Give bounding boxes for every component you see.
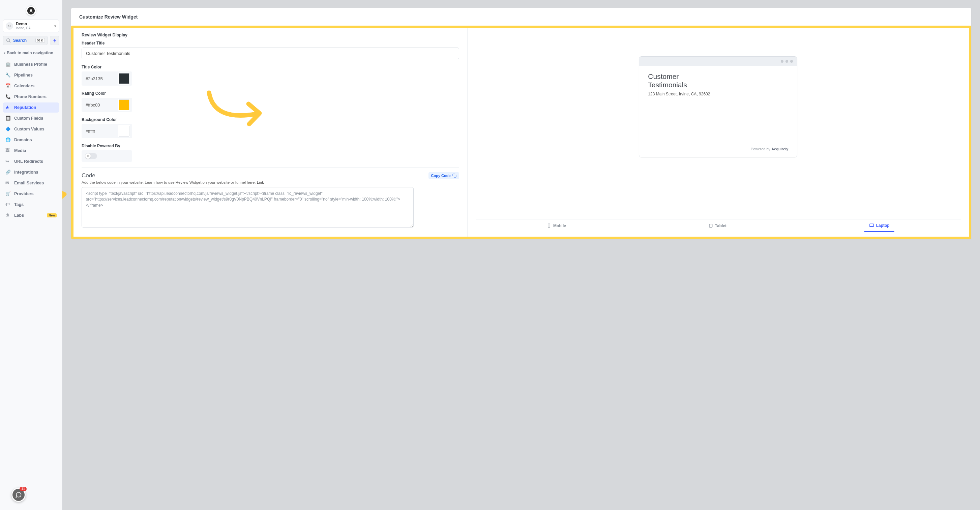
nav-icon: 🏷: [5, 202, 11, 207]
sidebar-item-url-redirects[interactable]: ↪URL Redirects: [3, 156, 59, 167]
title-color-label: Title Color: [81, 65, 459, 70]
sidebar-item-domains[interactable]: 🌐Domains: [3, 135, 59, 145]
nav-icon: 📞: [5, 94, 11, 99]
rating-color-picker[interactable]: #ffbc00: [81, 98, 132, 112]
nav-label: URL Redirects: [14, 159, 43, 164]
header-title-input[interactable]: [81, 48, 459, 59]
nav-list: 🏢Business Profile🔧Pipelines📅Calendars📞Ph…: [3, 59, 59, 221]
section-title: Review Widget Display: [81, 33, 459, 37]
nav-icon: ⚗: [5, 213, 11, 218]
bg-color-label: Background Color: [81, 117, 459, 122]
code-desc: Add the below code in your website. Lear…: [81, 180, 264, 184]
nav-badge: New: [47, 213, 57, 218]
nav-icon: ↪: [5, 159, 11, 164]
device-tab-mobile[interactable]: Mobile: [542, 219, 571, 232]
code-heading: Code: [81, 172, 264, 179]
nav-label: Integrations: [14, 170, 38, 175]
svg-rect-3: [548, 224, 550, 227]
nav-label: Tags: [14, 202, 24, 207]
sidebar-item-email-services[interactable]: ✉Email Services: [3, 178, 59, 188]
sidebar-item-phone-numbers[interactable]: 📞Phone Numbers: [3, 92, 59, 102]
tablet-icon: [709, 224, 713, 228]
title-color-swatch: [118, 73, 130, 84]
disable-label: Disable Powered By: [81, 144, 459, 148]
nav-label: Custom Fields: [14, 116, 43, 121]
search-shortcut: ⌘ K: [35, 38, 45, 43]
sidebar-item-calendars[interactable]: 📅Calendars: [3, 81, 59, 91]
nav-label: Pipelines: [14, 73, 33, 78]
header-title-label: Header Title: [81, 41, 459, 46]
bg-color-value: #ffffff: [81, 126, 118, 137]
nav-label: Labs: [14, 213, 24, 218]
svg-rect-2: [454, 175, 456, 178]
sidebar-item-pipelines[interactable]: 🔧Pipelines: [3, 70, 59, 80]
nav-label: Custom Values: [14, 127, 45, 132]
sidebar-item-tags[interactable]: 🏷Tags: [3, 200, 59, 210]
copy-code-button[interactable]: Copy Code: [428, 172, 459, 179]
copy-icon: [452, 173, 457, 178]
sidebar-item-custom-fields[interactable]: 🔲Custom Fields: [3, 113, 59, 123]
sidebar-item-reputation[interactable]: ★Reputation: [3, 102, 59, 113]
preview-titlebar: [639, 57, 797, 66]
nav-label: Reputation: [14, 105, 36, 110]
nav-label: Providers: [14, 191, 34, 196]
nav-icon: 🔗: [5, 170, 11, 175]
preview-window: Customer Testimonials 123 Main Street, I…: [639, 56, 797, 157]
svg-rect-6: [870, 224, 873, 227]
window-dot: [781, 60, 783, 63]
sidebar: A ☺ Demo Irvine, CA ▾ Search ⌘ K ‹ Back …: [0, 0, 62, 510]
sidebar-item-integrations[interactable]: 🔗Integrations: [3, 167, 59, 177]
chevron-down-icon: ▾: [54, 24, 56, 28]
search-button[interactable]: Search ⌘ K: [3, 36, 48, 45]
rating-color-value: #ffbc00: [81, 99, 118, 111]
back-label: Back to main navigation: [7, 51, 53, 55]
search-icon: [6, 38, 11, 43]
mobile-icon: [547, 224, 551, 228]
laptop-icon: [869, 223, 874, 228]
bolt-icon: [52, 38, 57, 43]
annotation-arrow-left: [62, 189, 70, 226]
chat-button[interactable]: 11: [11, 488, 25, 502]
device-tabs: Mobile Tablet Laptop: [476, 219, 961, 232]
toggle-knob: ×: [85, 153, 91, 159]
nav-label: Domains: [14, 138, 32, 142]
nav-icon: 🔧: [5, 73, 11, 78]
nav-icon: 🔲: [5, 116, 11, 121]
nav-icon: 🔷: [5, 126, 11, 132]
back-link[interactable]: ‹ Back to main navigation: [3, 49, 59, 59]
sidebar-item-media[interactable]: 🖼Media: [3, 146, 59, 156]
disable-toggle[interactable]: ×: [85, 153, 97, 159]
title-color-picker[interactable]: #2a3135: [81, 71, 132, 86]
sidebar-item-business-profile[interactable]: 🏢Business Profile: [3, 59, 59, 70]
svg-point-0: [7, 39, 10, 42]
account-switcher[interactable]: ☺ Demo Irvine, CA ▾: [3, 19, 59, 32]
sidebar-item-providers[interactable]: 🛒Providers: [3, 189, 59, 199]
preview-title: Customer Testimonials: [648, 72, 715, 89]
highlight-region: Review Widget Display Header Title Title…: [71, 25, 971, 239]
svg-line-1: [10, 41, 10, 43]
device-tab-laptop[interactable]: Laptop: [864, 219, 894, 232]
device-tab-tablet[interactable]: Tablet: [704, 219, 731, 232]
window-dot: [790, 60, 793, 63]
nav-label: Email Services: [14, 181, 44, 185]
bg-color-picker[interactable]: #ffffff: [81, 124, 132, 138]
code-textarea[interactable]: [81, 187, 414, 227]
preview-address: 123 Main Street, Irvine, CA, 92602: [648, 92, 788, 96]
quick-action-button[interactable]: [50, 36, 59, 45]
nav-icon: 🖼: [5, 148, 11, 153]
code-help-link[interactable]: Link: [257, 180, 264, 184]
nav-label: Business Profile: [14, 62, 47, 67]
nav-label: Calendars: [14, 84, 34, 88]
nav-icon: 📅: [5, 83, 11, 89]
nav-icon: ✉: [5, 180, 11, 186]
nav-label: Media: [14, 148, 26, 153]
preview-powered: Powered by Acquirely: [648, 147, 788, 151]
account-sub: Irvine, CA: [16, 26, 52, 30]
chat-icon: [15, 491, 22, 498]
account-name: Demo: [16, 22, 52, 26]
rating-color-label: Rating Color: [81, 91, 459, 96]
rating-color-swatch: [118, 99, 130, 111]
sidebar-item-labs[interactable]: ⚗LabsNew: [3, 210, 59, 221]
sidebar-item-custom-values[interactable]: 🔷Custom Values: [3, 124, 59, 134]
page-title: Customize Review Widget: [71, 8, 971, 25]
